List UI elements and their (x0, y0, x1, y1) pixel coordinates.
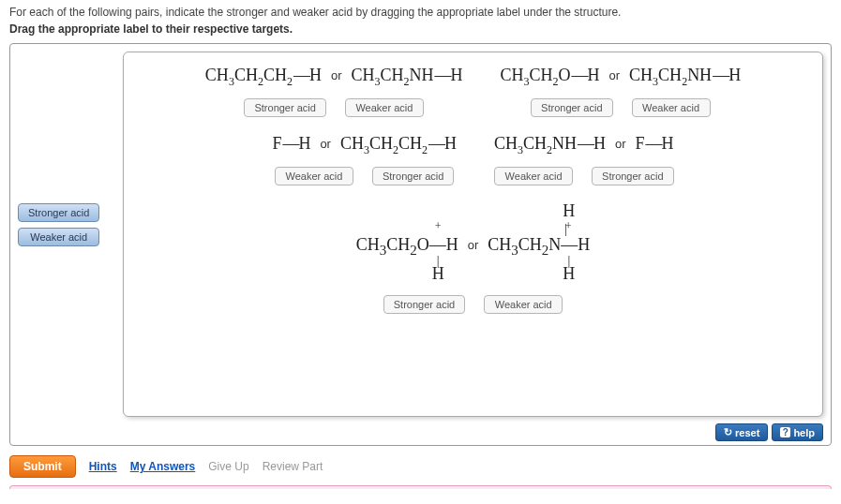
reset-button[interactable]: reset (715, 423, 768, 441)
drop-slot[interactable]: Stronger acid (531, 98, 612, 117)
my-answers-link[interactable]: My Answers (130, 460, 196, 473)
formula-right: CH3CH2NH—H (629, 66, 741, 85)
drop-slot[interactable]: Weaker acid (484, 295, 563, 314)
hints-link[interactable]: Hints (89, 460, 117, 473)
formula-left: F—H (272, 134, 310, 154)
formula-right: CH3CH2CH2—H (340, 134, 457, 154)
formula-left: CH3CH2CH2—H (205, 66, 322, 85)
canvas-toolbar: reset ? help (715, 423, 823, 441)
chip-stronger-acid[interactable]: Stronger acid (18, 203, 99, 222)
drop-slot[interactable]: Stronger acid (592, 167, 673, 185)
acid-pair: CH3CH2O—H or CH3CH2NH—H Stronger acid We… (501, 66, 742, 117)
drop-slot[interactable]: Weaker acid (345, 98, 424, 117)
or-label: or (331, 68, 342, 82)
acid-pair: CH3CH2NH—H or F—H Weaker acid Stronger a… (494, 134, 674, 185)
formula-right: F—H (636, 134, 674, 154)
pair-row: F—H or CH3CH2CH2—H Weaker acid Stronger … (133, 134, 813, 185)
reset-icon (724, 426, 732, 438)
drop-slot[interactable]: Stronger acid (244, 98, 325, 117)
drag-drop-area: Stronger acid Weaker acid CH3CH2CH2—H or… (9, 43, 832, 446)
formula-right: H |+ CH3CH2N—H | H (488, 202, 590, 282)
help-label: help (793, 427, 815, 438)
label-palette: Stronger acid Weaker acid (18, 203, 99, 246)
pair-row: CH3CH2CH2—H or CH3CH2NH—H Stronger acid … (133, 66, 813, 117)
give-up-link[interactable]: Give Up (208, 460, 248, 473)
chip-weaker-acid[interactable]: Weaker acid (18, 228, 99, 246)
formula-left: + CH3CH2O—H | H (356, 202, 458, 282)
review-part-link[interactable]: Review Part (263, 460, 323, 473)
or-label: or (468, 238, 479, 252)
drop-slot[interactable]: Stronger acid (383, 295, 465, 314)
help-icon: ? (780, 427, 790, 437)
or-label: or (609, 68, 621, 82)
answer-footer: Submit Hints My Answers Give Up Review P… (0, 452, 841, 485)
drop-slot[interactable]: Weaker acid (494, 167, 573, 185)
help-button[interactable]: ? help (772, 423, 823, 441)
submit-button[interactable]: Submit (9, 455, 76, 478)
feedback-bar (9, 485, 832, 489)
acid-pair: F—H or CH3CH2CH2—H Weaker acid Stronger … (272, 134, 457, 185)
formula-right: CH3CH2NH—H (351, 66, 462, 85)
target-canvas: CH3CH2CH2—H or CH3CH2NH—H Stronger acid … (123, 52, 823, 417)
or-label: or (615, 137, 626, 151)
reset-label: reset (735, 427, 759, 438)
acid-pair: CH3CH2CH2—H or CH3CH2NH—H Stronger acid … (205, 66, 463, 117)
instructions-line-2: Drag the appropriate label to their resp… (0, 21, 841, 43)
instructions-line-1: For each of the following pairs, indicat… (0, 0, 841, 21)
or-label: or (320, 137, 331, 151)
pair-row: + CH3CH2O—H | H or H |+ CH3CH2N—H | H (133, 202, 813, 314)
acid-pair: + CH3CH2O—H | H or H |+ CH3CH2N—H | H (356, 202, 591, 314)
drop-slot[interactable]: Weaker acid (275, 167, 353, 185)
formula-left: CH3CH2NH—H (494, 134, 606, 154)
formula-left: CH3CH2O—H (501, 66, 600, 85)
drop-slot[interactable]: Stronger acid (372, 167, 454, 185)
drop-slot[interactable]: Weaker acid (632, 98, 711, 117)
